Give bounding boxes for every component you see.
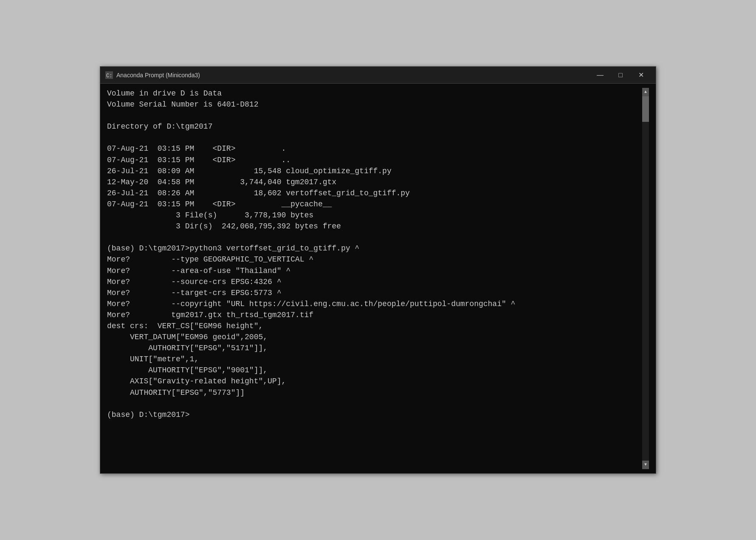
scroll-up-arrow[interactable]: ▲ <box>642 88 649 96</box>
scrollbar[interactable]: ▲ ▼ <box>642 88 649 469</box>
window-controls: — □ ✕ <box>590 68 651 82</box>
scrollbar-thumb[interactable] <box>642 96 649 122</box>
svg-text:C:: C: <box>106 73 112 79</box>
maximize-button[interactable]: □ <box>611 68 630 82</box>
terminal-window[interactable]: C: Anaconda Prompt (Miniconda3) — □ ✕ Vo… <box>100 66 656 474</box>
title-bar: C: Anaconda Prompt (Miniconda3) — □ ✕ <box>100 67 656 84</box>
scrollbar-track[interactable] <box>642 96 649 461</box>
terminal-output: Volume in drive D is Data Volume Serial … <box>107 88 642 469</box>
app-icon: C: <box>105 71 113 79</box>
minimize-button[interactable]: — <box>590 68 610 82</box>
scroll-down-arrow[interactable]: ▼ <box>642 461 649 469</box>
terminal-body[interactable]: Volume in drive D is Data Volume Serial … <box>100 84 656 473</box>
window-title: Anaconda Prompt (Miniconda3) <box>116 72 590 79</box>
close-button[interactable]: ✕ <box>631 68 651 82</box>
